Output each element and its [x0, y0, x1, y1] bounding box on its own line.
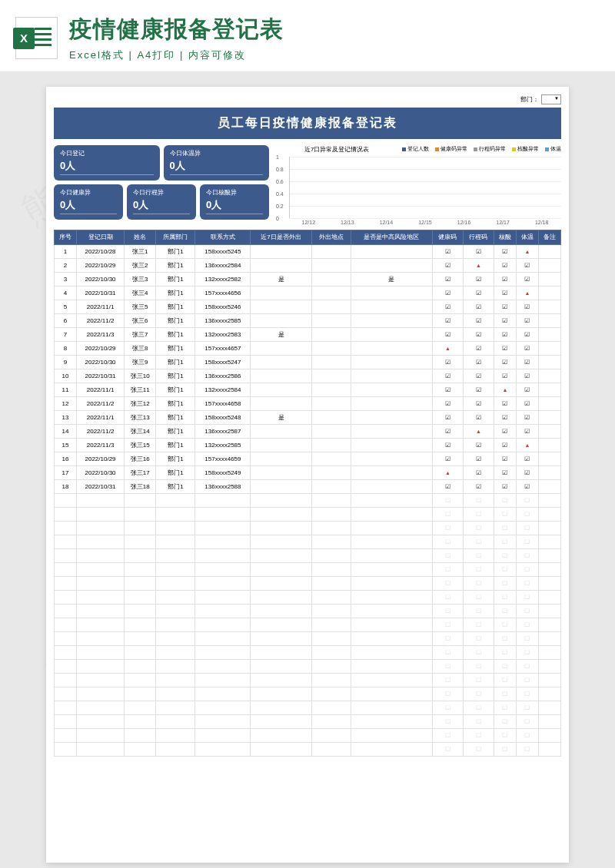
table-cell: 张三5	[125, 300, 156, 313]
table-cell: ☑	[494, 327, 517, 341]
table-cell: 部门1	[156, 355, 195, 369]
table-cell: 张三18	[125, 479, 156, 493]
table-cell: 14	[55, 424, 77, 438]
column-header: 体温	[516, 230, 538, 245]
table-cell: ☑	[432, 452, 463, 465]
table-cell: 部门1	[156, 272, 195, 286]
table-cell: ☑	[432, 410, 463, 424]
department-filter[interactable]: 部门：	[520, 94, 561, 104]
table-cell: 132xxxx2582	[195, 272, 251, 286]
page-title: 疫情健康报备登记表	[69, 14, 600, 45]
table-cell	[311, 438, 351, 452]
table-cell: 157xxxx4656	[195, 286, 251, 300]
table-cell: ☑	[463, 396, 494, 410]
table-row-empty: ☐☐☐☐	[55, 604, 561, 618]
table-cell	[538, 396, 560, 410]
table-cell: ☑	[463, 369, 494, 383]
column-header: 姓名	[125, 230, 156, 245]
table-cell: ▲	[516, 438, 538, 452]
table-cell	[351, 383, 432, 396]
table-cell: 2022/10/31	[76, 286, 124, 300]
table-cell: 张三14	[125, 424, 156, 438]
legend-item: 登记人数	[402, 145, 429, 153]
table-cell: ☑	[516, 341, 538, 355]
table-row: 172022/10/30张三17部门1158xxxx5249▲☑☑☑	[55, 465, 561, 479]
table-row-empty: ☐☐☐☐	[55, 521, 561, 535]
table-cell: ☑	[432, 272, 463, 286]
dropdown-icon[interactable]	[541, 94, 561, 104]
table-cell: ☑	[516, 258, 538, 272]
table-cell: 158xxxx5248	[195, 410, 251, 424]
table-cell: 部门1	[156, 369, 195, 383]
table-cell: 158xxxx5245	[195, 244, 251, 258]
table-cell: ☑	[463, 286, 494, 300]
table-cell: 8	[55, 341, 77, 355]
table-cell	[251, 424, 311, 438]
table-cell	[538, 479, 560, 493]
card-today-temp: 今日体温异 0人	[164, 145, 270, 181]
table-cell	[251, 396, 311, 410]
table-cell: 张三9	[125, 355, 156, 369]
table-cell: ☑	[494, 438, 517, 452]
table-cell	[311, 452, 351, 465]
table-cell: ☑	[494, 479, 517, 493]
table-cell	[311, 369, 351, 383]
table-cell: 部门1	[156, 479, 195, 493]
table-row-empty: ☐☐☐☐	[55, 659, 561, 673]
table-cell	[538, 286, 560, 300]
table-cell	[251, 438, 311, 452]
table-cell	[351, 424, 432, 438]
table-cell: 136xxxx2588	[195, 479, 251, 493]
table-cell: 部门1	[156, 341, 195, 355]
table-cell	[538, 383, 560, 396]
table-cell: 是	[351, 272, 432, 286]
table-cell	[311, 341, 351, 355]
table-cell: 张三17	[125, 465, 156, 479]
table-cell: 2022/10/29	[76, 258, 124, 272]
table-row: 22022/10/29张三2部门1136xxxx2584☑▲☑☑	[55, 258, 561, 272]
table-row-empty: ☐☐☐☐	[55, 701, 561, 714]
table-cell: 2022/10/31	[76, 479, 124, 493]
table-cell: ☑	[463, 355, 494, 369]
column-header: 健康码	[432, 230, 463, 245]
table-cell	[251, 355, 311, 369]
top-banner: X 疫情健康报备登记表 Excel格式 | A4打印 | 内容可修改	[0, 0, 615, 71]
table-cell: ☑	[516, 272, 538, 286]
table-row-empty: ☐☐☐☐	[55, 631, 561, 645]
table-cell: 12	[55, 396, 77, 410]
table-cell: 部门1	[156, 244, 195, 258]
data-table: 序号登记日期姓名所属部门联系方式近7日是否外出外出地点是否是中高风险地区健康码行…	[54, 230, 561, 757]
table-cell: ☑	[516, 396, 538, 410]
table-cell: 2022/11/2	[76, 313, 124, 327]
table-cell	[251, 479, 311, 493]
table-cell	[538, 410, 560, 424]
table-row: 152022/11/3张三15部门1132xxxx2585☑☑☑▲	[55, 438, 561, 452]
table-cell: 157xxxx4659	[195, 452, 251, 465]
table-cell: ☑	[463, 272, 494, 286]
column-header: 是否是中高风险地区	[351, 230, 432, 245]
table-cell: ☑	[494, 410, 517, 424]
column-header: 备注	[538, 230, 560, 245]
table-row-empty: ☐☐☐☐	[55, 590, 561, 604]
table-cell: 18	[55, 479, 77, 493]
table-cell: ☑	[432, 300, 463, 313]
table-cell: ☑	[516, 465, 538, 479]
table-cell: 张三13	[125, 410, 156, 424]
table-cell: 部门1	[156, 452, 195, 465]
table-cell: ☑	[432, 479, 463, 493]
table-row-empty: ☐☐☐☐	[55, 742, 561, 756]
column-header: 核酸	[494, 230, 517, 245]
table-cell: ☑	[494, 396, 517, 410]
table-row: 32022/10/30张三3部门1132xxxx2582是是☑☑☑☑	[55, 272, 561, 286]
table-cell: 张三8	[125, 341, 156, 355]
table-cell: ☑	[432, 369, 463, 383]
table-cell: 部门1	[156, 465, 195, 479]
table-cell	[351, 438, 432, 452]
table-row: 162022/10/29张三16部门1157xxxx4659☑☑☑☑	[55, 452, 561, 465]
table-cell: 2022/10/28	[76, 244, 124, 258]
table-cell: 6	[55, 313, 77, 327]
table-cell	[351, 479, 432, 493]
table-cell	[538, 341, 560, 355]
document-preview: 部门： 员工每日疫情健康报备登记表 今日登记 0人 今日体温异 0人 今日健康异…	[46, 87, 569, 863]
table-cell: 158xxxx5246	[195, 300, 251, 313]
